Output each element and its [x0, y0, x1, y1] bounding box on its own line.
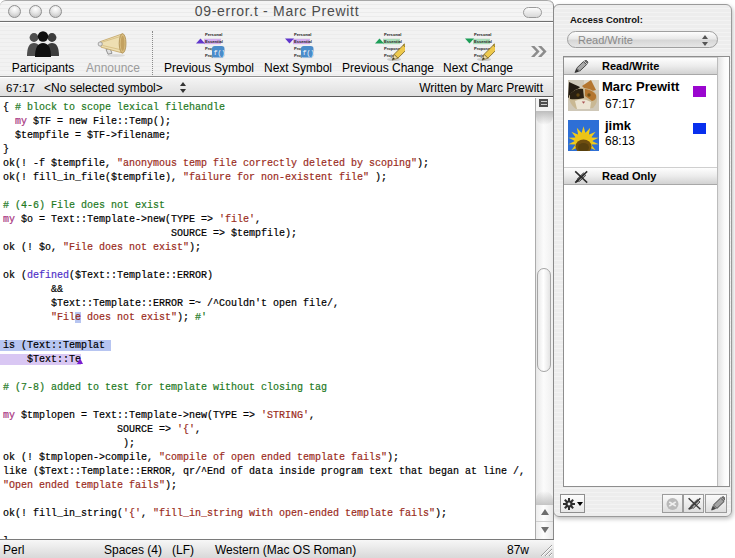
svg-text:Essential: Essential	[205, 39, 223, 44]
svg-text:Personal: Personal	[294, 32, 311, 37]
svg-text:Essential: Essential	[294, 39, 312, 44]
svg-text:f(): f()	[302, 49, 314, 57]
svg-text:Personal: Personal	[205, 32, 222, 37]
svg-text:f(): f()	[213, 49, 225, 57]
svg-text:Essential: Essential	[384, 39, 402, 44]
svg-text:Essential: Essential	[474, 39, 492, 44]
svg-text:Personal: Personal	[384, 32, 401, 37]
svg-text:Personal: Personal	[474, 32, 491, 37]
